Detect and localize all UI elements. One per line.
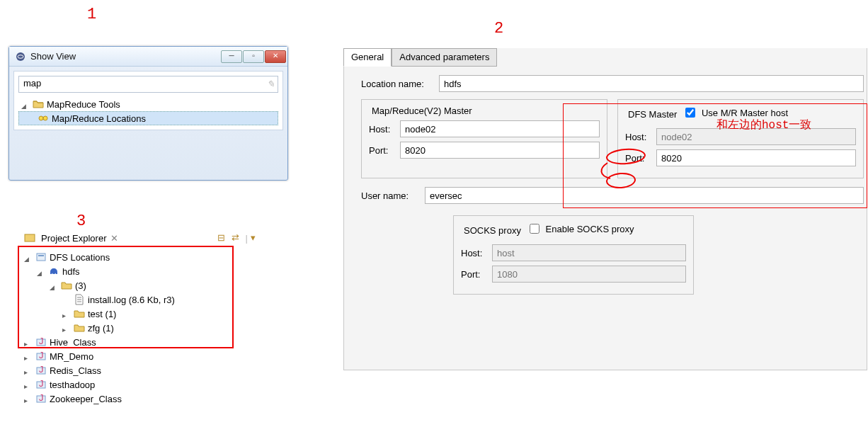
tree-project[interactable]: J Zookeeper_Class [21,392,262,406]
java-project-icon: J [35,351,47,362]
folder-open-icon [33,98,44,110]
tree-folder-zfg[interactable]: zfg (1) [21,321,262,335]
tree-project[interactable]: J Hive_Class [21,335,262,349]
expand-icon[interactable] [24,380,33,389]
filter-value: map [23,78,41,89]
tree-dfs-locations[interactable]: DFS Locations [21,250,262,264]
callout-1: 1 [87,6,96,23]
explorer-title: Project Explorer [41,233,106,244]
socks-host-input [492,244,686,261]
annotation-text: 和左边的host一致 [716,118,811,132]
tree-project[interactable]: J Redis_Class [21,363,262,377]
tree-item-mapreduce-locations[interactable]: Map/Reduce Locations [18,111,278,125]
tree-folder-3[interactable]: (3) [21,278,262,292]
svg-point-2 [39,116,43,120]
expand-icon[interactable] [62,324,71,332]
collapse-icon[interactable] [21,100,30,108]
mapreduce-master-legend: Map/Reduce(V2) Master [369,106,475,116]
mapreduce-master-fieldset: Map/Reduce(V2) Master Host: Port: [361,99,607,178]
location-name-label: Location name: [361,79,439,89]
socks-port-input [492,266,686,283]
elephant-icon [48,266,59,277]
collapse-all-icon[interactable]: ⊟ [217,232,229,244]
link-editor-icon[interactable]: ⇄ [232,232,243,244]
tree-project[interactable]: J MR_Demo [21,349,262,363]
clear-icon[interactable]: ✎ [267,79,275,89]
tree-label: Zookeeper_Class [50,394,122,404]
explorer-icon [24,232,35,244]
svg-rect-5 [37,254,45,261]
expand-icon[interactable] [24,352,33,360]
tree-folder-test[interactable]: test (1) [21,307,262,321]
java-project-icon: J [35,393,47,404]
enable-socks-checkbox[interactable] [530,224,539,234]
dfs-host-label: Host: [625,132,656,142]
show-view-window: Show View ─ ▫ ✕ map ✎ MapReduce Tools [8,46,288,181]
titlebar[interactable]: Show View ─ ▫ ✕ [9,47,287,67]
file-icon [74,294,85,305]
expand-icon[interactable] [24,366,33,375]
mr-port-label: Port: [369,145,400,156]
location-name-input[interactable] [439,75,864,92]
expand-icon[interactable] [24,394,33,403]
toolbar-separator: | [246,233,248,244]
enable-socks-label: Enable SOCKS proxy [546,224,634,234]
socks-port-label: Port: [461,269,492,280]
use-mr-master-checkbox[interactable] [685,108,695,118]
show-view-body: map ✎ MapReduce Tools Map/Reduce Locatio… [13,71,283,130]
mr-port-input[interactable] [400,142,600,159]
mr-host-input[interactable] [400,120,600,137]
folder-open-icon [61,280,72,291]
socks-host-label: Host: [461,248,492,258]
project-explorer: Project Explorer ✕ ⊟ ⇄ | ▾ DFS Locations… [21,230,262,406]
mr-host-label: Host: [369,124,400,135]
svg-text:J: J [39,393,44,403]
socks-legend: SOCKS proxy [461,225,524,236]
view-close-x[interactable]: ✕ [110,233,118,244]
svg-text:J: J [39,365,44,375]
java-project-icon: J [35,336,47,348]
window-title: Show View [30,51,221,62]
tab-advanced-parameters[interactable]: Advanced parameters [392,48,497,67]
tree-item-label: Map/Reduce Locations [52,113,146,124]
tree-hdfs[interactable]: hdfs [21,264,262,278]
dfs-port-input[interactable] [656,149,856,166]
user-name-input[interactable] [425,187,864,204]
tree-label: hdfs [62,266,80,277]
view-menu-icon[interactable]: ▾ [251,232,262,244]
folder-closed-icon [74,308,85,319]
use-mr-master-label: Use M/R Master host [702,108,788,118]
expand-icon[interactable] [62,309,71,318]
folder-closed-icon [74,322,85,334]
user-name-label: User name: [361,190,425,201]
callout-3: 3 [76,212,86,230]
eclipse-icon [15,51,26,62]
socks-proxy-fieldset: SOCKS proxy Enable SOCKS proxy Host: Por… [453,215,694,295]
svg-text:J: J [39,351,44,360]
svg-point-3 [43,116,47,120]
dfs-master-fieldset: DFS Master Use M/R Master host Host: Por… [617,99,864,178]
tree-project[interactable]: J testhadoop [21,377,262,392]
tree-label: install.log (8.6 Kb, r3) [88,295,175,305]
dfs-icon [35,251,47,263]
collapse-icon[interactable] [50,281,58,290]
dfs-port-label: Port: [625,153,656,164]
collapse-icon[interactable] [37,267,45,275]
tree-category[interactable]: MapReduce Tools [18,97,278,111]
java-project-icon: J [35,365,47,376]
mapreduce-icon [38,113,49,124]
dfs-master-legend: DFS Master [625,109,680,120]
maximize-button[interactable]: ▫ [243,50,264,63]
tab-general[interactable]: General [343,48,392,67]
tree-label: (3) [75,280,86,291]
close-button[interactable]: ✕ [265,50,286,63]
filter-field[interactable]: map ✎ [18,76,278,93]
expand-icon[interactable] [24,338,33,346]
svg-text:J: J [39,379,44,389]
tree-label: test (1) [88,309,116,319]
minimize-button[interactable]: ─ [221,50,242,63]
tree-file-install-log[interactable]: install.log (8.6 Kb, r3) [21,292,262,307]
java-project-icon: J [35,379,47,390]
collapse-icon[interactable] [24,253,33,261]
callout-2: 2 [494,20,503,38]
